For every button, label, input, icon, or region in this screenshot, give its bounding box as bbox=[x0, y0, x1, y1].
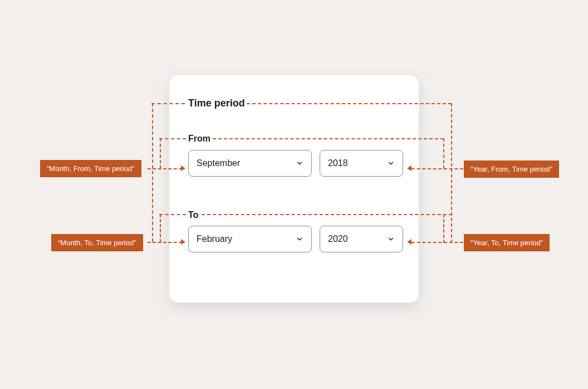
arrow-right-icon bbox=[181, 239, 185, 245]
from-year-value: 2018 bbox=[328, 158, 387, 168]
from-month-value: September bbox=[197, 158, 296, 168]
chevron-down-icon bbox=[387, 159, 395, 167]
time-period-card: Time period From September 2018 To Febru… bbox=[169, 75, 419, 303]
dash-line bbox=[202, 214, 452, 215]
annotation-year-to: “Year, To, Time period” bbox=[464, 234, 550, 251]
chevron-down-icon bbox=[296, 235, 303, 243]
dash-line bbox=[148, 242, 182, 243]
to-month-value: February bbox=[197, 234, 296, 244]
dash-line bbox=[411, 242, 463, 243]
dash-line bbox=[411, 168, 463, 169]
dash-line bbox=[451, 103, 452, 243]
dash-line bbox=[213, 138, 444, 139]
dash-line bbox=[443, 214, 444, 243]
to-year-select[interactable]: 2020 bbox=[320, 226, 403, 252]
dash-line bbox=[247, 103, 452, 104]
dash-line bbox=[159, 138, 186, 139]
to-month-select[interactable]: February bbox=[188, 226, 312, 252]
to-year-value: 2020 bbox=[328, 234, 387, 244]
to-label: To bbox=[188, 210, 198, 220]
dash-line bbox=[160, 214, 161, 242]
dash-line bbox=[151, 103, 185, 104]
chevron-down-icon bbox=[387, 235, 395, 243]
card-title: Time period bbox=[188, 98, 245, 109]
dash-line bbox=[159, 214, 186, 215]
arrow-left-icon bbox=[407, 239, 411, 245]
from-month-select[interactable]: September bbox=[188, 150, 312, 177]
annotation-month-from: “Month, From, Time period” bbox=[40, 160, 141, 177]
arrow-right-icon bbox=[181, 166, 185, 171]
chevron-down-icon bbox=[296, 159, 303, 167]
annotation-month-to: “Month, To, Time period” bbox=[51, 234, 143, 251]
from-year-select[interactable]: 2018 bbox=[320, 150, 403, 177]
dash-line bbox=[443, 138, 444, 169]
arrow-left-icon bbox=[407, 166, 411, 171]
from-label: From bbox=[188, 134, 210, 144]
dash-line bbox=[152, 103, 153, 242]
annotation-year-from: “Year, From, Time period” bbox=[464, 161, 559, 178]
dash-line bbox=[160, 138, 161, 169]
